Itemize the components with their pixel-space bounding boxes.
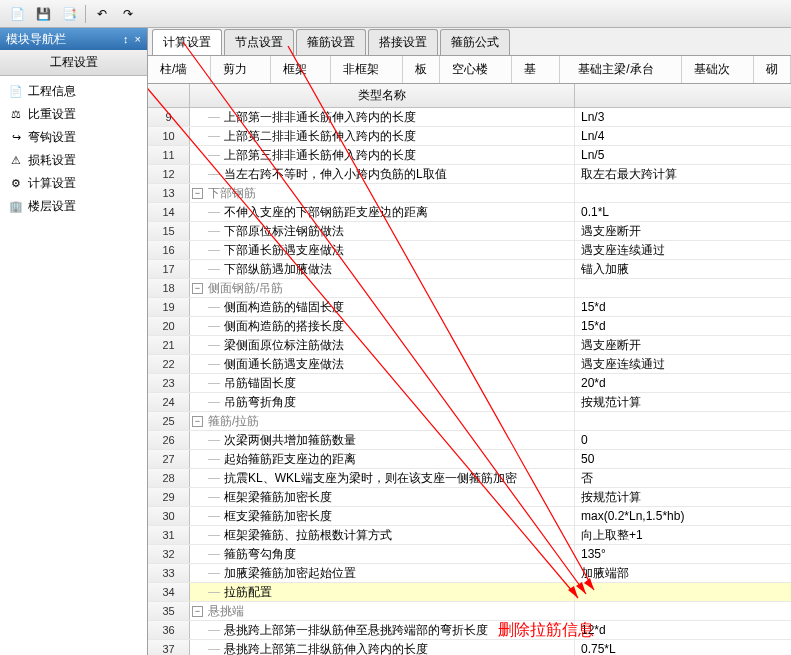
table-row[interactable]: 28—抗震KL、WKL端支座为梁时，则在该支座一侧箍筋加密否 xyxy=(148,469,791,488)
row-value-cell[interactable]: 0 xyxy=(575,431,791,449)
row-name-cell[interactable]: —悬挑跨上部第二排纵筋伸入跨内的长度 xyxy=(190,640,575,655)
tab-secondary-9[interactable]: 砌 xyxy=(754,56,791,83)
table-row[interactable]: 23—吊筋锚固长度20*d xyxy=(148,374,791,393)
table-row[interactable]: 15—下部原位标注钢筋做法遇支座断开 xyxy=(148,222,791,241)
tab-secondary-3[interactable]: 非框架梁 xyxy=(331,56,403,83)
row-value-cell[interactable]: 0.75*L xyxy=(575,640,791,655)
row-name-cell[interactable]: —下部通长筋遇支座做法 xyxy=(190,241,575,259)
row-name-cell[interactable]: —侧面构造筋的搭接长度 xyxy=(190,317,575,335)
sidebar-item-4[interactable]: ⚙计算设置 xyxy=(2,172,145,195)
new-file-button[interactable]: 📄 xyxy=(5,2,29,26)
row-name-cell[interactable]: −悬挑端 xyxy=(190,602,575,620)
grid-body[interactable]: 9—上部第一排非通长筋伸入跨内的长度Ln/310—上部第二排非通长筋伸入跨内的长… xyxy=(148,108,791,655)
expander-icon[interactable]: − xyxy=(192,606,203,617)
table-row[interactable]: 16—下部通长筋遇支座做法遇支座连续通过 xyxy=(148,241,791,260)
row-value-cell[interactable]: 50 xyxy=(575,450,791,468)
row-value-cell[interactable] xyxy=(575,279,791,297)
print-button[interactable]: 📑 xyxy=(57,2,81,26)
tab-primary-1[interactable]: 节点设置 xyxy=(224,29,294,55)
tab-secondary-8[interactable]: 基础次梁 xyxy=(682,56,754,83)
row-name-cell[interactable]: —次梁两侧共增加箍筋数量 xyxy=(190,431,575,449)
table-row[interactable]: 13−下部钢筋 xyxy=(148,184,791,203)
row-value-cell[interactable] xyxy=(575,602,791,620)
tab-primary-4[interactable]: 箍筋公式 xyxy=(440,29,510,55)
sidebar-section-header[interactable]: 工程设置 xyxy=(0,50,147,76)
row-name-cell[interactable]: —不伸入支座的下部钢筋距支座边的距离 xyxy=(190,203,575,221)
tab-secondary-4[interactable]: 板 xyxy=(403,56,440,83)
row-value-cell[interactable]: max(0.2*Ln,1.5*hb) xyxy=(575,507,791,525)
row-value-cell[interactable]: 15*d xyxy=(575,298,791,316)
table-row[interactable]: 17—下部纵筋遇加腋做法锚入加腋 xyxy=(148,260,791,279)
table-row[interactable]: 32—箍筋弯勾角度135° xyxy=(148,545,791,564)
table-row[interactable]: 18−侧面钢筋/吊筋 xyxy=(148,279,791,298)
table-row[interactable]: 21—梁侧面原位标注筋做法遇支座断开 xyxy=(148,336,791,355)
row-value-cell[interactable]: 遇支座断开 xyxy=(575,222,791,240)
row-value-cell[interactable]: 否 xyxy=(575,469,791,487)
expander-icon[interactable]: − xyxy=(192,416,203,427)
table-row[interactable]: 29—框架梁箍筋加密长度按规范计算 xyxy=(148,488,791,507)
row-value-cell[interactable]: 按规范计算 xyxy=(575,393,791,411)
row-name-cell[interactable]: —抗震KL、WKL端支座为梁时，则在该支座一侧箍筋加密 xyxy=(190,469,575,487)
row-name-cell[interactable]: —上部第二排非通长筋伸入跨内的长度 xyxy=(190,127,575,145)
row-value-cell[interactable] xyxy=(575,583,791,601)
row-value-cell[interactable]: 锚入加腋 xyxy=(575,260,791,278)
row-value-cell[interactable]: 遇支座断开 xyxy=(575,336,791,354)
row-name-cell[interactable]: —吊筋弯折角度 xyxy=(190,393,575,411)
row-name-cell[interactable]: —加腋梁箍筋加密起始位置 xyxy=(190,564,575,582)
close-icon[interactable]: × xyxy=(135,33,141,45)
row-value-cell[interactable]: 20*d xyxy=(575,374,791,392)
undo-button[interactable]: ↶ xyxy=(90,2,114,26)
row-name-cell[interactable]: —侧面构造筋的锚固长度 xyxy=(190,298,575,316)
tab-secondary-7[interactable]: 基础主梁/承台梁 xyxy=(560,56,682,83)
table-row[interactable]: 24—吊筋弯折角度按规范计算 xyxy=(148,393,791,412)
row-name-cell[interactable]: —下部纵筋遇加腋做法 xyxy=(190,260,575,278)
tab-secondary-2[interactable]: 框架梁 xyxy=(271,56,331,83)
row-name-cell[interactable]: —上部第一排非通长筋伸入跨内的长度 xyxy=(190,108,575,126)
table-row[interactable]: 34—拉筋配置 xyxy=(148,583,791,602)
sidebar-item-3[interactable]: ⚠损耗设置 xyxy=(2,149,145,172)
table-row[interactable]: 20—侧面构造筋的搭接长度15*d xyxy=(148,317,791,336)
row-value-cell[interactable]: 加腋端部 xyxy=(575,564,791,582)
table-row[interactable]: 30—框支梁箍筋加密长度max(0.2*Ln,1.5*hb) xyxy=(148,507,791,526)
table-row[interactable]: 27—起始箍筋距支座边的距离50 xyxy=(148,450,791,469)
row-value-cell[interactable]: 按规范计算 xyxy=(575,488,791,506)
row-name-cell[interactable]: —吊筋锚固长度 xyxy=(190,374,575,392)
table-row[interactable]: 33—加腋梁箍筋加密起始位置加腋端部 xyxy=(148,564,791,583)
table-row[interactable]: 35−悬挑端 xyxy=(148,602,791,621)
row-name-cell[interactable]: —当左右跨不等时，伸入小跨内负筋的L取值 xyxy=(190,165,575,183)
row-value-cell[interactable]: 12*d xyxy=(575,621,791,639)
table-row[interactable]: 25−箍筋/拉筋 xyxy=(148,412,791,431)
tab-secondary-1[interactable]: 剪力墙 xyxy=(211,56,271,83)
sidebar-item-1[interactable]: ⚖比重设置 xyxy=(2,103,145,126)
row-name-cell[interactable]: —起始箍筋距支座边的距离 xyxy=(190,450,575,468)
row-value-cell[interactable]: 15*d xyxy=(575,317,791,335)
sidebar-item-5[interactable]: 🏢楼层设置 xyxy=(2,195,145,218)
tab-primary-2[interactable]: 箍筋设置 xyxy=(296,29,366,55)
table-row[interactable]: 9—上部第一排非通长筋伸入跨内的长度Ln/3 xyxy=(148,108,791,127)
row-name-cell[interactable]: —下部原位标注钢筋做法 xyxy=(190,222,575,240)
row-value-cell[interactable]: 135° xyxy=(575,545,791,563)
table-row[interactable]: 36—悬挑跨上部第一排纵筋伸至悬挑跨端部的弯折长度12*d xyxy=(148,621,791,640)
table-row[interactable]: 11—上部第三排非通长筋伸入跨内的长度Ln/5 xyxy=(148,146,791,165)
row-name-cell[interactable]: —拉筋配置 xyxy=(190,583,575,601)
tab-secondary-5[interactable]: 空心楼盖 xyxy=(440,56,512,83)
row-value-cell[interactable]: 0.1*L xyxy=(575,203,791,221)
row-name-cell[interactable]: —箍筋弯勾角度 xyxy=(190,545,575,563)
row-value-cell[interactable]: 向上取整+1 xyxy=(575,526,791,544)
tab-primary-3[interactable]: 搭接设置 xyxy=(368,29,438,55)
row-value-cell[interactable]: Ln/4 xyxy=(575,127,791,145)
row-name-cell[interactable]: −箍筋/拉筋 xyxy=(190,412,575,430)
save-button[interactable]: 💾 xyxy=(31,2,55,26)
tab-secondary-6[interactable]: 基础 xyxy=(512,56,560,83)
table-row[interactable]: 31—框架梁箍筋、拉筋根数计算方式向上取整+1 xyxy=(148,526,791,545)
tab-secondary-0[interactable]: 柱/墙柱 xyxy=(148,56,211,83)
row-value-cell[interactable]: Ln/5 xyxy=(575,146,791,164)
redo-button[interactable]: ↷ xyxy=(116,2,140,26)
row-name-cell[interactable]: —框架梁箍筋加密长度 xyxy=(190,488,575,506)
table-row[interactable]: 19—侧面构造筋的锚固长度15*d xyxy=(148,298,791,317)
row-name-cell[interactable]: —框架梁箍筋、拉筋根数计算方式 xyxy=(190,526,575,544)
pin-icon[interactable]: ↕ xyxy=(123,33,129,45)
row-value-cell[interactable]: 取左右最大跨计算 xyxy=(575,165,791,183)
table-row[interactable]: 14—不伸入支座的下部钢筋距支座边的距离0.1*L xyxy=(148,203,791,222)
table-row[interactable]: 37—悬挑跨上部第二排纵筋伸入跨内的长度0.75*L xyxy=(148,640,791,655)
